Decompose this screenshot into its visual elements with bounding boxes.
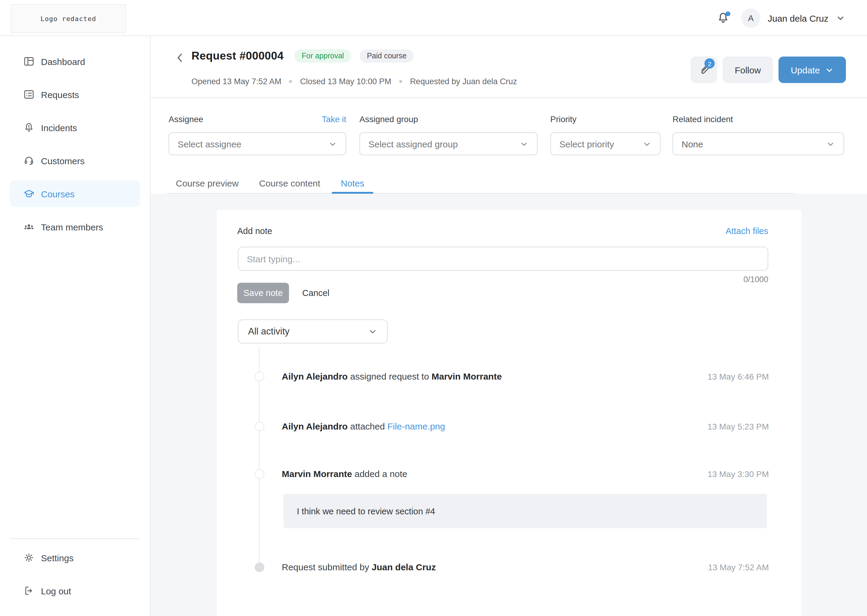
notes-card: Add note Attach files 0/1000 Save note C… (217, 210, 801, 616)
related-incident-select[interactable]: None (673, 132, 844, 155)
status-badge-for-approval: For approval (295, 49, 351, 63)
team-members-icon (23, 221, 35, 233)
user-name[interactable]: Juan dela Cruz (768, 13, 828, 23)
save-note-button[interactable]: Save note (237, 283, 289, 303)
avatar[interactable]: A (741, 8, 760, 28)
attached-file-link[interactable]: File-name.png (388, 421, 445, 431)
back-button[interactable] (173, 50, 189, 66)
filters-row: Assignee Take it Select assignee Assigne… (151, 98, 867, 173)
assignee-label: Assignee (169, 114, 203, 124)
sidebar-item-label: Customers (41, 156, 85, 166)
activity-filter-select[interactable]: All activity (238, 319, 388, 344)
priority-select[interactable]: Select priority (550, 132, 660, 155)
timeline-timestamp: 13 May 5:23 PM (708, 422, 769, 431)
sidebar-nav: Dashboard Requests Incidents (9, 48, 140, 240)
timeline-action: assigned request to (350, 371, 429, 381)
avatar-initial: A (748, 13, 754, 23)
cancel-button[interactable]: Cancel (299, 283, 333, 303)
assigned-group-select-value: Select assigned group (369, 139, 458, 149)
main-content: Request #000004 For approval Paid course… (151, 36, 867, 616)
add-note-label: Add note (237, 226, 272, 236)
update-button[interactable]: Update (779, 57, 846, 83)
follow-button[interactable]: Follow (722, 57, 773, 83)
sidebar-item-label: Settings (41, 553, 74, 563)
attach-files-link[interactable]: Attach files (725, 226, 768, 236)
char-counter: 0/1000 (743, 275, 768, 284)
request-meta: Opened 13 May 7:52 AM Closed 13 May 10:0… (191, 77, 517, 86)
topbar-right: A Juan dela Cruz (716, 0, 845, 36)
assigned-group-select[interactable]: Select assigned group (359, 132, 538, 155)
assignee-select-value: Select assignee (178, 139, 241, 149)
assigned-group-field: Assigned group Select assigned group (359, 114, 538, 155)
dashboard-icon (23, 55, 35, 68)
sidebar-item-label: Team members (41, 222, 103, 232)
update-button-label: Update (791, 64, 820, 75)
requests-icon (23, 88, 35, 101)
timeline-dot (255, 422, 264, 431)
gear-icon (23, 552, 35, 564)
related-incident-label: Related incident (673, 114, 733, 124)
timeline-event: Marvin Morrante added a note (282, 468, 407, 479)
priority-label: Priority (550, 114, 577, 124)
sidebar-item-settings[interactable]: Settings (9, 544, 140, 571)
sidebar: Dashboard Requests Incidents (0, 36, 151, 616)
sidebar-footer: Settings Log out (9, 544, 140, 604)
meta-opened: Opened 13 May 7:52 AM (191, 77, 282, 86)
customers-icon (23, 155, 35, 167)
assigned-group-label: Assigned group (359, 114, 418, 124)
tab-course-preview[interactable]: Course preview (167, 173, 247, 193)
user-menu-chevron-icon[interactable] (836, 13, 845, 23)
logo-text: Logo redacted (40, 15, 96, 22)
timeline-action: added a note (355, 468, 407, 479)
timeline-actor: Ailyn Alejandro (282, 371, 348, 381)
notifications-bell-button[interactable] (716, 10, 731, 26)
note-input[interactable] (238, 247, 768, 271)
sidebar-item-dashboard[interactable]: Dashboard (9, 48, 140, 75)
timeline-event: Ailyn Alejandro assigned request to Marv… (282, 371, 502, 381)
tab-bar: Course preview Course content Notes (167, 173, 795, 194)
sidebar-item-logout[interactable]: Log out (9, 577, 140, 604)
meta-separator-dot (289, 80, 292, 83)
notes-tab-panel: Add note Attach files 0/1000 Save note C… (151, 194, 867, 616)
activity-filter-value: All activity (248, 326, 290, 337)
type-badge-paid-course: Paid course (360, 49, 414, 63)
page-title: Request #000004 (191, 49, 284, 63)
timeline-event: Ailyn Alejandro attached File-name.png (282, 421, 445, 431)
chevron-down-icon (826, 139, 835, 148)
priority-select-value: Select priority (559, 139, 614, 149)
attachments-button[interactable]: 2 (690, 57, 717, 83)
meta-separator-dot (399, 80, 402, 83)
sidebar-item-incidents[interactable]: Incidents (9, 114, 140, 141)
chevron-down-icon (368, 327, 377, 336)
tab-notes[interactable]: Notes (332, 173, 373, 193)
title-row: Request #000004 For approval Paid course (191, 49, 414, 63)
assignee-select[interactable]: Select assignee (169, 132, 346, 155)
related-incident-field: Related incident None (673, 114, 844, 155)
sidebar-divider (9, 538, 140, 539)
app-logo: Logo redacted (11, 4, 126, 33)
sidebar-item-courses[interactable]: Courses (9, 181, 140, 207)
related-incident-select-value: None (681, 139, 703, 149)
sidebar-item-customers[interactable]: Customers (9, 148, 140, 174)
timeline-actor: Marvin Morrante (282, 468, 352, 479)
app-screen: Logo redacted A Juan dela Cruz (0, 0, 867, 616)
note-content-box: I think we need to review section #4 (284, 494, 767, 528)
sidebar-item-label: Incidents (41, 123, 77, 133)
timeline-dot (255, 372, 264, 381)
chevron-left-icon (173, 51, 187, 64)
sidebar-item-team-members[interactable]: Team members (9, 214, 140, 240)
tab-course-content[interactable]: Course content (250, 173, 329, 193)
sidebar-item-requests[interactable]: Requests (9, 81, 140, 108)
meta-closed: Closed 13 May 10:00 PM (300, 77, 391, 86)
sidebar-item-label: Log out (41, 586, 71, 596)
timeline-target: Juan dela Cruz (372, 562, 436, 572)
timeline-timestamp: 13 May 3:30 PM (708, 469, 769, 479)
timeline-action: attached (350, 421, 385, 431)
timeline-action: Request submitted by (282, 562, 369, 572)
sidebar-item-label: Requests (41, 90, 79, 99)
timeline-dot-filled (255, 563, 264, 572)
note-text: I think we need to review section #4 (297, 506, 435, 516)
take-it-link[interactable]: Take it (322, 114, 346, 124)
meta-requested-by: Requested by Juan dela Cruz (410, 77, 517, 86)
chevron-down-icon (520, 139, 529, 148)
